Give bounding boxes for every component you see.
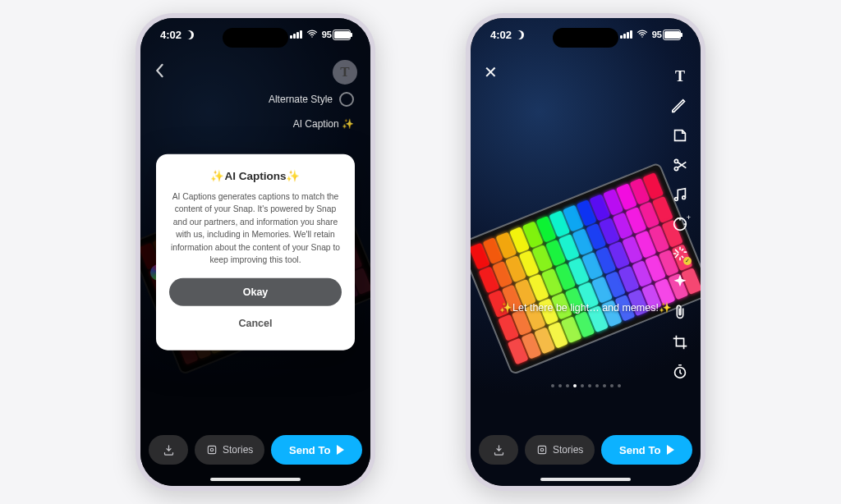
battery-indicator: 95 bbox=[322, 30, 351, 40]
phone-mockup-right: 4:02 95 ✕ bbox=[466, 13, 705, 491]
alternate-style-label: Alternate Style bbox=[269, 94, 333, 105]
send-to-button[interactable]: Send To bbox=[271, 435, 362, 465]
ai-caption-option[interactable]: AI Caption ✨ bbox=[293, 118, 354, 130]
bottom-action-bar: Stories Send To bbox=[479, 432, 692, 468]
remix-tool-icon[interactable]: + bbox=[671, 215, 689, 233]
stories-label: Stories bbox=[553, 444, 583, 456]
svg-point-6 bbox=[675, 198, 678, 201]
battery-indicator: 95 bbox=[652, 30, 681, 40]
cellular-signal-icon bbox=[290, 30, 302, 39]
timer-tool-icon[interactable] bbox=[671, 363, 689, 381]
ai-sparkle-tool-icon[interactable]: ✓ bbox=[671, 245, 689, 263]
caption-style-menu: Alternate Style AI Caption ✨ bbox=[269, 92, 354, 130]
svg-rect-1 bbox=[208, 446, 215, 453]
edit-tools-rail: T + ✓ bbox=[668, 67, 692, 387]
attach-tool-icon[interactable] bbox=[671, 304, 689, 322]
stories-label: Stories bbox=[223, 444, 253, 456]
text-tool-icon[interactable]: T bbox=[671, 67, 689, 85]
text-tool-button[interactable]: T bbox=[333, 60, 357, 85]
svg-point-2 bbox=[210, 448, 214, 451]
cancel-button[interactable]: Cancel bbox=[169, 309, 342, 337]
svg-point-7 bbox=[682, 196, 686, 199]
alternate-style-option[interactable]: Alternate Style bbox=[269, 92, 354, 107]
do-not-disturb-icon bbox=[515, 30, 524, 39]
magic-eraser-tool-icon[interactable] bbox=[671, 274, 689, 292]
style-dot-icon bbox=[339, 92, 354, 107]
do-not-disturb-icon bbox=[185, 30, 194, 39]
dynamic-island bbox=[553, 28, 618, 48]
modal-title: ✨AI Captions✨ bbox=[169, 169, 342, 182]
back-button[interactable] bbox=[154, 63, 165, 81]
caption-pager[interactable] bbox=[471, 384, 701, 387]
ai-caption-label: AI Caption ✨ bbox=[293, 118, 354, 130]
svg-point-3 bbox=[641, 36, 643, 38]
battery-percent: 95 bbox=[322, 30, 332, 39]
home-indicator[interactable] bbox=[210, 478, 301, 481]
status-time: 4:02 bbox=[160, 29, 182, 41]
music-tool-icon[interactable] bbox=[671, 186, 689, 204]
cellular-signal-icon bbox=[620, 30, 632, 39]
generated-caption[interactable]: ✨Let there be light… and memes!✨ bbox=[471, 301, 701, 314]
send-label: Send To bbox=[289, 444, 330, 456]
send-to-button[interactable]: Send To bbox=[601, 435, 692, 465]
draw-tool-icon[interactable] bbox=[671, 97, 689, 115]
stories-button[interactable]: Stories bbox=[195, 435, 264, 465]
wifi-icon bbox=[306, 30, 318, 39]
home-indicator[interactable] bbox=[540, 478, 631, 481]
dynamic-island bbox=[223, 28, 288, 48]
save-button[interactable] bbox=[479, 435, 518, 465]
send-arrow-icon bbox=[337, 445, 344, 455]
scissors-tool-icon[interactable] bbox=[671, 156, 689, 174]
save-button[interactable] bbox=[149, 435, 188, 465]
svg-point-5 bbox=[674, 167, 678, 170]
svg-point-11 bbox=[540, 448, 544, 451]
stories-button[interactable]: Stories bbox=[525, 435, 595, 465]
svg-rect-10 bbox=[538, 446, 545, 453]
bottom-action-bar: Stories Send To bbox=[149, 432, 362, 468]
modal-body: AI Captions generates captions to match … bbox=[169, 190, 342, 267]
status-time: 4:02 bbox=[490, 29, 512, 41]
ai-captions-modal: ✨AI Captions✨ AI Captions generates capt… bbox=[156, 154, 355, 351]
close-button[interactable]: ✕ bbox=[484, 62, 498, 82]
phone-mockup-left: 4:02 95 T bbox=[136, 13, 375, 491]
wifi-icon bbox=[636, 30, 648, 39]
send-arrow-icon bbox=[667, 445, 674, 455]
okay-button[interactable]: Okay bbox=[169, 277, 342, 305]
svg-point-4 bbox=[674, 159, 678, 163]
sticker-tool-icon[interactable] bbox=[671, 126, 689, 144]
svg-point-0 bbox=[311, 36, 313, 38]
crop-tool-icon[interactable] bbox=[671, 333, 689, 351]
battery-percent: 95 bbox=[652, 30, 662, 39]
send-label: Send To bbox=[619, 444, 660, 456]
